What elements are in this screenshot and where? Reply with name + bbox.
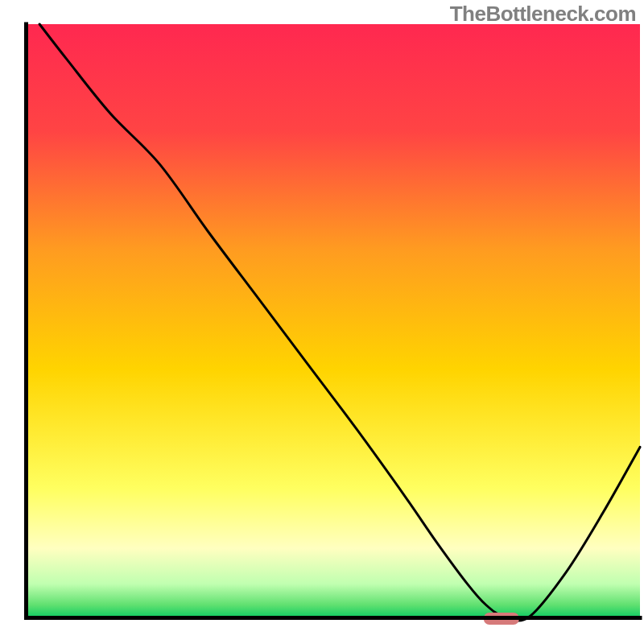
watermark-text: TheBottleneck.com <box>450 2 636 27</box>
chart-container: TheBottleneck.com <box>0 0 644 644</box>
plot-background <box>24 24 640 620</box>
bottleneck-chart <box>0 0 644 644</box>
